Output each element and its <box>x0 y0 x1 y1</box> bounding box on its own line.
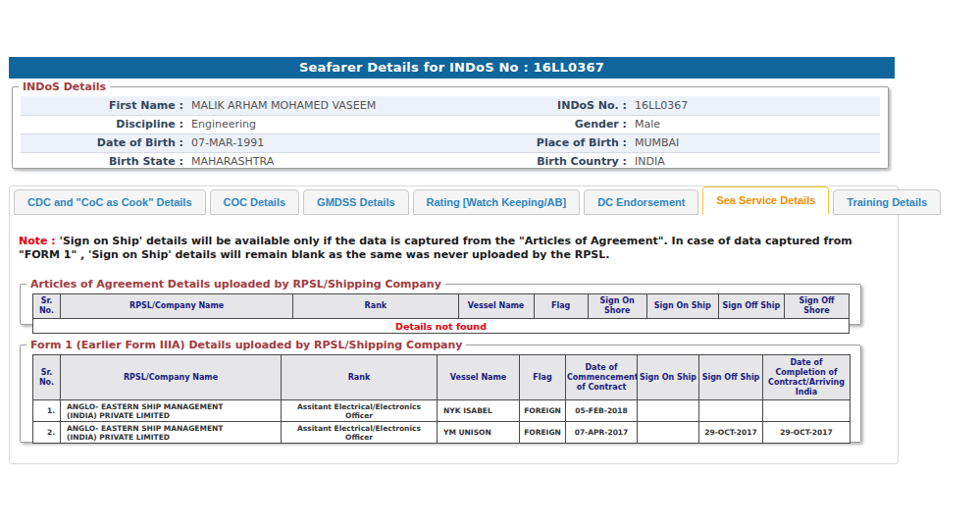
birth-country-value: INDIA <box>631 152 880 171</box>
tab-label: GMDSS Details <box>317 196 394 208</box>
note-body: 'Sign on Ship' details will be available… <box>19 235 852 261</box>
indos-no-label: INDoS No. : <box>454 96 631 115</box>
note-prefix: Note : <box>19 235 56 247</box>
birth-state-value: MAHARASHTRA <box>187 152 454 171</box>
tab-label: CDC and "CoC as Cook" Details <box>27 196 192 208</box>
sign-on-ship-cell <box>638 422 699 444</box>
page-title: Seafarer Details for INDoS No : 16LL0367 <box>9 57 895 79</box>
dob-value: 07-MAR-1991 <box>187 133 454 152</box>
birth-country-label: Birth Country : <box>454 152 631 171</box>
tab-coc-details[interactable]: COC Details <box>210 189 300 215</box>
discipline-value: Engineering <box>187 115 454 133</box>
col-vessel-name: Vessel Name <box>458 294 534 319</box>
form1-header-row: Sr. No. RPSL/Company Name Rank Vessel Na… <box>33 355 851 400</box>
place-of-birth-label: Place of Birth : <box>454 133 631 152</box>
col-rank: Rank <box>282 355 438 400</box>
form1-legend: Form 1 (Earlier Form IIIA) Details uploa… <box>26 339 466 351</box>
seafarer-details-page: Seafarer Details for INDoS No : 16LL0367… <box>0 0 980 530</box>
col-sr-no: Sr. No. <box>33 355 61 400</box>
form1-fieldset: Form 1 (Earlier Form IIIA) Details uploa… <box>20 339 861 443</box>
tab-dc-endorsement[interactable]: DC Endorsement <box>584 189 698 215</box>
articles-header-row: Sr. No. RPSL/Company Name Rank Vessel Na… <box>33 294 850 319</box>
tab-sea-service-details[interactable]: Sea Service Details <box>702 186 829 215</box>
commencement-date-cell: 07-APR-2017 <box>566 422 638 444</box>
sr-no-cell: 1. <box>33 400 61 422</box>
form1-row-1: 1. ANGLO- EASTERN SHIP MANAGEMENT (INDIA… <box>33 400 851 422</box>
indos-row-4: Birth State : MAHARASHTRA Birth Country … <box>21 152 880 171</box>
tab-cdc-coc-cook-details[interactable]: CDC and "CoC as Cook" Details <box>14 189 206 215</box>
indos-row-2: Discipline : Engineering Gender : Male <box>21 115 880 133</box>
col-rpsl-company-name: RPSL/Company Name <box>61 294 293 319</box>
commencement-date-cell: 05-FEB-2018 <box>566 400 638 422</box>
sign-on-ship-cell <box>638 400 699 422</box>
tab-training-details[interactable]: Training Details <box>833 189 941 215</box>
col-flag: Flag <box>520 355 566 400</box>
articles-of-agreement-legend: Articles of Agreement Details uploaded b… <box>26 278 445 291</box>
tab-bar: CDC and "CoC as Cook" Details COC Detail… <box>9 186 899 215</box>
sign-off-ship-cell <box>699 400 763 422</box>
sr-no-cell: 2. <box>33 422 61 444</box>
indos-row-3: Date of Birth : 07-MAR-1991 Place of Bir… <box>21 133 880 152</box>
col-rpsl-company-name: RPSL/Company Name <box>61 355 282 400</box>
tab-label: COC Details <box>224 196 286 208</box>
form1-table: Sr. No. RPSL/Company Name Rank Vessel Na… <box>32 354 851 444</box>
vessel-name-cell: NYK ISABEL <box>438 400 520 422</box>
indos-details-table: First Name : MALIK ARHAM MOHAMED VASEEM … <box>21 96 880 172</box>
articles-of-agreement-fieldset: Articles of Agreement Details uploaded b… <box>20 278 861 325</box>
form1-row-2: 2. ANGLO- EASTERN SHIP MANAGEMENT (INDIA… <box>33 422 851 444</box>
col-sign-off-ship: Sign Off Ship <box>699 355 763 400</box>
completion-date-cell <box>763 400 851 422</box>
details-not-found-message: Details not found <box>33 319 850 334</box>
col-sign-on-ship: Sign On Ship <box>646 294 718 319</box>
flag-cell: FOREIGN <box>520 400 566 422</box>
col-vessel-name: Vessel Name <box>438 355 520 400</box>
rank-cell: Assitant Electrical/Electronics Officer <box>282 400 438 422</box>
indos-details-legend: INDoS Details <box>19 80 110 93</box>
company-name-cell: ANGLO- EASTERN SHIP MANAGEMENT (INDIA) P… <box>61 400 282 422</box>
flag-cell: FOREIGN <box>520 422 566 444</box>
gender-value: Male <box>631 115 880 133</box>
tab-gmdss-details[interactable]: GMDSS Details <box>303 189 408 215</box>
tab-label: Training Details <box>847 196 927 208</box>
discipline-label: Discipline : <box>21 115 187 133</box>
tab-label: DC Endorsement <box>597 196 685 208</box>
indos-details-fieldset: INDoS Details First Name : MALIK ARHAM M… <box>12 80 889 169</box>
col-sign-on-shore: Sign On Shore <box>588 294 646 319</box>
rank-cell: Assitant Electrical/Electronics Officer <box>282 422 438 444</box>
col-sign-on-ship: Sign On Ship <box>638 355 699 400</box>
col-sr-no: Sr. No. <box>33 294 61 319</box>
first-name-label: First Name : <box>21 96 187 115</box>
sign-on-ship-note: Note : 'Sign on Ship' details will be av… <box>19 235 870 262</box>
first-name-value: MALIK ARHAM MOHAMED VASEEM <box>187 96 454 115</box>
dob-label: Date of Birth : <box>21 133 187 152</box>
sign-off-ship-cell: 29-OCT-2017 <box>699 422 763 444</box>
completion-date-cell: 29-OCT-2017 <box>763 422 851 444</box>
col-date-commencement: Date of Commencement of Contract <box>566 355 638 400</box>
tab-label: Sea Service Details <box>716 194 815 206</box>
indos-no-value: 16LL0367 <box>631 96 880 115</box>
vessel-name-cell: YM UNISON <box>438 422 520 444</box>
col-rank: Rank <box>293 294 458 319</box>
gender-label: Gender : <box>454 115 631 133</box>
place-of-birth-value: MUMBAI <box>631 133 880 152</box>
col-flag: Flag <box>534 294 588 319</box>
tab-rating-watch-keeping[interactable]: Rating [Watch Keeping/AB] <box>413 189 581 215</box>
articles-empty-row: Details not found <box>33 319 850 334</box>
tab-label: Rating [Watch Keeping/AB] <box>427 196 567 208</box>
col-date-completion: Date of Completion of Contract/Arriving … <box>763 355 851 400</box>
birth-state-label: Birth State : <box>21 152 187 171</box>
col-sign-off-shore: Sign Off Shore <box>784 294 849 319</box>
articles-of-agreement-table: Sr. No. RPSL/Company Name Rank Vessel Na… <box>32 293 850 334</box>
col-sign-off-ship: Sign Off Ship <box>718 294 784 319</box>
company-name-cell: ANGLO- EASTERN SHIP MANAGEMENT (INDIA) P… <box>61 422 282 444</box>
indos-row-1: First Name : MALIK ARHAM MOHAMED VASEEM … <box>21 96 880 115</box>
